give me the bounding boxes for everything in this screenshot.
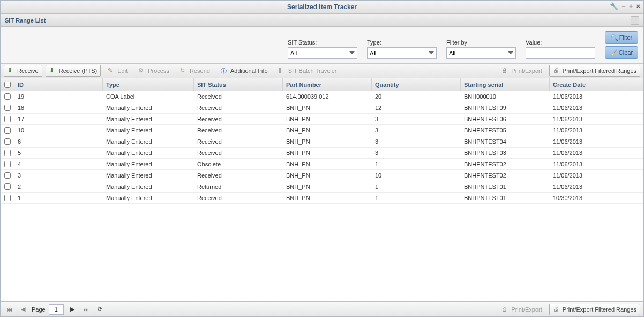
select-all-checkbox[interactable] [4, 82, 11, 88]
print-export-filtered-button[interactable]: 🖨 Print/Export Filtered Ranges [549, 65, 640, 77]
row-checkbox[interactable] [4, 105, 11, 111]
cell-id: 19 [14, 93, 103, 100]
col-id[interactable]: ID [14, 78, 103, 91]
receive-button[interactable]: ⬇ Receive [4, 65, 42, 77]
filter-by-select[interactable]: All [446, 47, 516, 59]
cell-type: COA Label [103, 93, 194, 100]
row-checkbox[interactable] [4, 183, 11, 190]
cell-id: 18 [14, 105, 103, 111]
cell-status: Received [194, 138, 283, 145]
col-status[interactable]: SIT Status [194, 78, 283, 91]
table-row[interactable]: 5Manually EnteredReceivedBNH_PN3BNHPNTES… [1, 148, 643, 159]
cell-part: BNH_PN [283, 138, 372, 145]
edit-button[interactable]: ✎ Edit [104, 65, 131, 77]
minimize-icon[interactable]: − [621, 2, 626, 10]
pager-next-button[interactable]: ▶ [67, 304, 78, 315]
pager-first-button[interactable]: ⏮ [4, 304, 14, 315]
row-checkbox[interactable] [4, 150, 11, 156]
cell-part: 614.000039.012 [283, 93, 372, 100]
row-checkbox[interactable] [4, 161, 11, 167]
filter-value-block: Value: [526, 39, 595, 59]
cell-id: 4 [14, 161, 103, 167]
cell-type: Manually Entered [103, 116, 194, 122]
filter-buttons: 🔍 Filter 🧹 Clear [605, 31, 638, 59]
table-row[interactable]: 1Manually EnteredReceivedBNH_PN1BNHPNTES… [1, 193, 643, 204]
cell-status: Received [194, 116, 283, 122]
footer-print-export-filtered-button[interactable]: 🖨 Print/Export Filtered Ranges [549, 304, 640, 315]
filter-value-input[interactable] [526, 47, 595, 59]
table-row[interactable]: 6Manually EnteredReceivedBNH_PN3BNHPNTES… [1, 136, 643, 148]
row-checkbox[interactable] [4, 195, 11, 201]
cell-type: Manually Entered [103, 150, 194, 156]
row-checkbox-cell [1, 172, 14, 179]
pager-page-input[interactable] [49, 304, 64, 315]
close-icon[interactable]: × [636, 2, 640, 10]
filter-type-select[interactable]: All [367, 47, 437, 59]
process-button[interactable]: ⚙ Process [134, 65, 173, 77]
cell-date: 11/06/2013 [550, 150, 630, 156]
row-checkbox[interactable] [4, 93, 11, 100]
cell-date: 11/06/2013 [550, 172, 630, 179]
cell-part: BNH_PN [283, 183, 372, 190]
cell-qty: 12 [372, 105, 461, 111]
table-row[interactable]: 3Manually EnteredReceivedBNH_PN10BNHPNTE… [1, 170, 643, 181]
row-checkbox[interactable] [4, 116, 11, 122]
row-checkbox[interactable] [4, 138, 11, 145]
batch-traveler-button[interactable]: ||||| SIT Batch Traveler [275, 65, 341, 77]
row-checkbox[interactable] [4, 172, 11, 179]
table-row[interactable]: 17Manually EnteredReceivedBNH_PN3BNHPNTE… [1, 114, 643, 125]
subheader-title: SIT Range List [5, 17, 46, 24]
window-title: Serialized Item Tracker [287, 3, 357, 11]
cell-id: 10 [14, 127, 103, 134]
cell-serial: BNHPNTEST04 [461, 138, 550, 145]
cell-status: Received [194, 93, 283, 100]
cell-serial: BNHPNTEST05 [461, 127, 550, 134]
edit-label: Edit [117, 68, 128, 74]
cell-qty: 3 [372, 127, 461, 134]
row-checkbox[interactable] [4, 127, 11, 134]
table-row[interactable]: 2Manually EnteredReturnedBNH_PN1BNHPNTES… [1, 181, 643, 193]
table-row[interactable]: 10Manually EnteredReceivedBNH_PN3BNHPNTE… [1, 125, 643, 136]
cell-part: BNH_PN [283, 105, 372, 111]
additional-info-label: Additional Info [230, 68, 268, 74]
cell-serial: BNHPNTEST01 [461, 195, 550, 201]
barcode-icon: ||||| [279, 67, 286, 75]
col-serial[interactable]: Starting serial [461, 78, 550, 91]
download-icon: ⬇ [49, 67, 57, 75]
cell-part: BNH_PN [283, 116, 372, 122]
col-date[interactable]: Create Date [550, 78, 630, 91]
pager-refresh-button[interactable]: ⟳ [95, 304, 106, 315]
table-row[interactable]: 4Manually EnteredObsoleteBNH_PN1BNHPNTES… [1, 159, 643, 170]
col-qty[interactable]: Quantity [372, 78, 461, 91]
tool-icon[interactable]: 🔧 [610, 2, 618, 10]
filter-sit-status-select[interactable]: All [288, 47, 357, 59]
resend-icon: ↻ [180, 67, 188, 75]
cell-qty: 1 [372, 161, 461, 167]
additional-info-button[interactable]: ⓘ Additional Info [217, 65, 272, 77]
maximize-icon[interactable]: + [629, 2, 633, 10]
col-type[interactable]: Type [103, 78, 194, 91]
footer-print-export-label: Print/Export [511, 306, 542, 313]
batch-traveler-label: SIT Batch Traveler [288, 68, 337, 74]
row-checkbox-cell [1, 116, 14, 122]
resend-button[interactable]: ↻ Resend [176, 65, 214, 77]
col-checkbox[interactable] [1, 78, 14, 91]
filter-button[interactable]: 🔍 Filter [605, 31, 638, 44]
table-row[interactable]: 19COA LabelReceived614.000039.01220BNH00… [1, 91, 643, 102]
print-export-button[interactable]: 🖨 Print/Export [498, 65, 545, 77]
cell-qty: 1 [372, 195, 461, 201]
col-part[interactable]: Part Number [283, 78, 372, 91]
pager-prev-button[interactable]: ◀ [18, 304, 28, 315]
cell-date: 11/06/2013 [550, 161, 630, 167]
footer-print-export-button[interactable]: 🖨 Print/Export [498, 304, 545, 315]
cell-status: Received [194, 172, 283, 179]
cell-date: 11/06/2013 [550, 138, 630, 145]
cell-qty: 20 [372, 93, 461, 100]
clear-button[interactable]: 🧹 Clear [605, 46, 638, 59]
pager-last-button[interactable]: ⏭ [81, 304, 92, 315]
receive-pts-button[interactable]: ⬇ Receive (PTS) [46, 65, 101, 77]
collapse-icon[interactable] [631, 16, 639, 25]
filter-value-label: Value: [526, 39, 595, 46]
table-row[interactable]: 18Manually EnteredReceivedBNH_PN12BNHPNT… [1, 102, 643, 114]
cell-qty: 1 [372, 183, 461, 190]
